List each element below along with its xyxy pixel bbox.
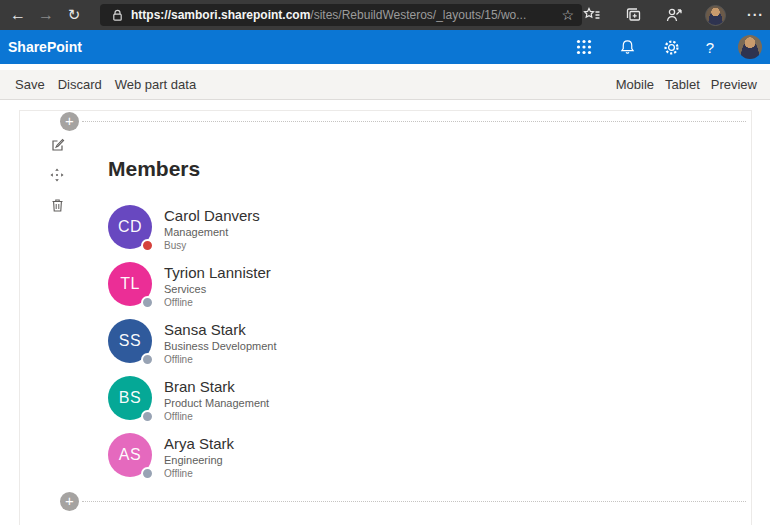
person-card[interactable]: SS Sansa Stark Business Development Offl… [108, 319, 277, 363]
person-status: Offline [164, 296, 271, 309]
avatar-initials: AS [119, 446, 141, 464]
discard-button[interactable]: Discard [58, 77, 102, 92]
command-bar-left: Save Discard Web part data [15, 77, 196, 92]
person-card[interactable]: AS Arya Stark Engineering Offline [108, 433, 277, 477]
add-section-button-top[interactable]: + [60, 112, 79, 131]
sharepoint-brand[interactable]: SharePoint [8, 39, 82, 55]
avatar-initials: SS [119, 332, 141, 350]
person-avatar: BS [108, 376, 152, 420]
page-canvas: + Members CD Carol Danvers Manage [19, 110, 752, 525]
person-department: Product Management [164, 396, 269, 410]
mobile-button[interactable]: Mobile [616, 77, 654, 92]
section-divider-top [82, 121, 746, 122]
person-status: Offline [164, 410, 269, 423]
web-part-data-button[interactable]: Web part data [115, 77, 196, 92]
webpart-title: Members [108, 157, 200, 181]
person-department: Management [164, 225, 260, 239]
save-button[interactable]: Save [15, 77, 45, 92]
webpart-toolbar [49, 137, 65, 213]
person-avatar: TL [108, 262, 152, 306]
tablet-button[interactable]: Tablet [665, 77, 700, 92]
person-department: Engineering [164, 453, 234, 467]
delete-webpart-icon[interactable] [49, 197, 65, 213]
people-webpart: CD Carol Danvers Management Busy TL Tyri… [108, 205, 277, 490]
browser-more-icon[interactable]: ··· [747, 7, 764, 23]
help-icon[interactable]: ? [706, 39, 714, 56]
app-launcher-waffle-icon[interactable] [574, 37, 594, 57]
avatar-initials: BS [119, 389, 141, 407]
refresh-icon[interactable]: ↻ [60, 6, 88, 24]
person-status: Offline [164, 353, 277, 366]
presence-offline-icon [141, 353, 154, 366]
suite-bar: SharePoint ? [0, 30, 770, 64]
lock-icon [112, 9, 123, 22]
person-status: Busy [164, 239, 260, 252]
command-bar-right: Mobile Tablet Preview [616, 77, 757, 92]
browser-profile-avatar[interactable] [705, 5, 726, 26]
move-webpart-icon[interactable] [49, 167, 65, 183]
person-avatar: CD [108, 205, 152, 249]
back-icon[interactable]: ← [4, 6, 32, 24]
settings-gear-icon[interactable] [662, 37, 682, 57]
person-status: Offline [164, 467, 234, 480]
person-card[interactable]: BS Bran Stark Product Management Offline [108, 376, 277, 420]
presence-offline-icon [141, 410, 154, 423]
person-name: Bran Stark [164, 377, 269, 396]
avatar-initials: TL [120, 275, 140, 293]
browser-chrome: ← → ↻ https://sambori.sharepoint.com /si… [0, 0, 770, 30]
favorites-bar-icon[interactable] [582, 5, 602, 25]
person-name: Tyrion Lannister [164, 263, 271, 282]
person-name: Sansa Stark [164, 320, 277, 339]
screen: ← → ↻ https://sambori.sharepoint.com /si… [0, 0, 770, 525]
person-card[interactable]: TL Tyrion Lannister Services Offline [108, 262, 277, 306]
share-person-icon[interactable] [664, 5, 684, 25]
command-bar: Save Discard Web part data Mobile Tablet… [0, 70, 770, 100]
notifications-bell-icon[interactable] [618, 37, 638, 57]
person-department: Business Development [164, 339, 277, 353]
avatar-initials: CD [118, 218, 142, 236]
preview-button[interactable]: Preview [711, 77, 757, 92]
person-card[interactable]: CD Carol Danvers Management Busy [108, 205, 277, 249]
person-avatar: SS [108, 319, 152, 363]
add-section-button-bottom[interactable]: + [60, 492, 79, 511]
collections-icon[interactable] [623, 5, 643, 25]
browser-toolbar: ··· [582, 5, 764, 26]
edit-webpart-icon[interactable] [49, 137, 65, 153]
person-department: Services [164, 282, 271, 296]
person-name: Carol Danvers [164, 206, 260, 225]
person-name: Arya Stark [164, 434, 234, 453]
presence-offline-icon [141, 467, 154, 480]
favorite-star-icon[interactable]: ☆ [561, 8, 574, 22]
suite-bar-actions: ? [574, 35, 762, 59]
url-domain: https://sambori.sharepoint.com [131, 8, 310, 22]
presence-busy-icon [141, 239, 154, 252]
forward-icon[interactable]: → [32, 6, 60, 24]
presence-offline-icon [141, 296, 154, 309]
account-avatar[interactable] [738, 35, 762, 59]
url-path: /sites/RebuildWesteros/_layouts/15/wo... [310, 8, 526, 22]
person-avatar: AS [108, 433, 152, 477]
address-bar[interactable]: https://sambori.sharepoint.com /sites/Re… [100, 4, 582, 26]
section-divider-bottom [82, 501, 746, 502]
